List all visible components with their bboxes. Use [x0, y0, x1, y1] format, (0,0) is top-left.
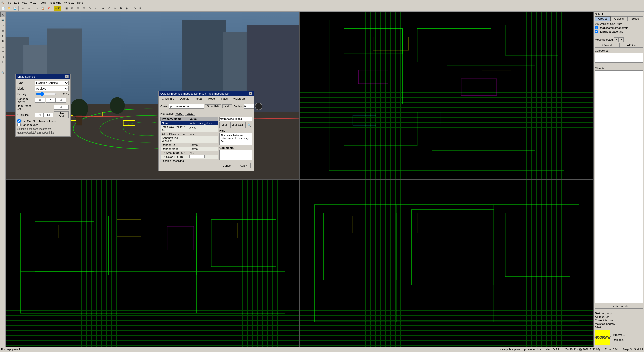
- toolbar-open[interactable]: 📂: [6, 6, 12, 11]
- toolbar-b2[interactable]: ⊞: [69, 6, 75, 11]
- menu-file[interactable]: File: [5, 1, 13, 5]
- toolbar-b8[interactable]: ⬡: [106, 6, 112, 11]
- table-row[interactable]: Pitch Yaw Roll (Y Z X)0 0 0: [161, 125, 218, 132]
- tab-class-info[interactable]: Class Info: [159, 96, 177, 101]
- menu-edit[interactable]: Edit: [13, 1, 20, 5]
- viewport-top[interactable]: [300, 12, 594, 179]
- toolbar-b12[interactable]: ⚙: [132, 6, 137, 11]
- angles-input[interactable]: [244, 104, 254, 109]
- random-yaw-cb[interactable]: [17, 123, 21, 126]
- table-row[interactable]: Render ModeNormal: [161, 147, 218, 151]
- entity-name-input[interactable]: [219, 117, 252, 121]
- tool-entity[interactable]: ◆: [0, 33, 5, 38]
- table-row[interactable]: Allow Physics GunYes: [161, 132, 218, 136]
- tool-physics[interactable]: ⬩: [0, 65, 5, 70]
- smart-edit-btn[interactable]: SmartEdit: [205, 104, 221, 108]
- item-offset-input[interactable]: [54, 105, 69, 110]
- toolbar-b11[interactable]: ◉: [124, 6, 129, 11]
- menu-view[interactable]: View: [29, 1, 38, 5]
- replace-button[interactable]: Replace...: [611, 338, 627, 342]
- table-row[interactable]: Disable Receiving ShadowsNo: [161, 159, 218, 162]
- toolbar-save[interactable]: 💾: [12, 6, 18, 11]
- menu-instancing[interactable]: Instancing: [47, 1, 63, 5]
- toolbar-b6[interactable]: ⌖: [93, 6, 98, 11]
- random-x-input[interactable]: [35, 98, 45, 103]
- use-grid-size-cb[interactable]: [17, 119, 21, 123]
- toolbar-compile[interactable]: XCC: [54, 6, 61, 11]
- toolbar-new[interactable]: 📄: [1, 6, 6, 11]
- toolbar-b9[interactable]: ⊕: [112, 6, 118, 11]
- menu-window[interactable]: Window: [63, 1, 76, 5]
- toolbar-b4[interactable]: ⊠: [81, 6, 87, 11]
- tool-vertex[interactable]: ⬡: [0, 54, 5, 59]
- tab-visgroup[interactable]: VisGroup: [230, 96, 248, 101]
- props-scroll[interactable]: Property Name Value Namemetropolice_plaz…: [160, 117, 218, 162]
- angles-circle[interactable]: [255, 103, 262, 110]
- up-btn[interactable]: ▲: [614, 37, 619, 42]
- tool-camera[interactable]: 📷: [0, 17, 5, 22]
- obj-props-close[interactable]: ✕: [249, 92, 252, 95]
- viewport-front[interactable]: [6, 179, 300, 347]
- toolbar-copy[interactable]: 📋: [40, 6, 45, 11]
- toolbar-redo[interactable]: ↪: [26, 6, 31, 11]
- tool-decal[interactable]: ⬟: [0, 38, 5, 43]
- class-input[interactable]: [169, 104, 204, 109]
- mark-btn[interactable]: Mark: [219, 122, 230, 128]
- entity-sprinkle-close[interactable]: ✕: [65, 75, 69, 78]
- table-row[interactable]: FX Amount (0-255)255: [161, 151, 218, 155]
- to-world-btn[interactable]: toWorld: [595, 43, 619, 48]
- grid-h-input[interactable]: [44, 113, 53, 117]
- objects-list[interactable]: [595, 70, 643, 303]
- apply-btn[interactable]: Apply: [236, 163, 251, 168]
- create-prefab-button[interactable]: Create Prefab: [595, 304, 643, 309]
- tab-inputs[interactable]: Inputs: [192, 96, 205, 101]
- vis-cb2[interactable]: [595, 30, 598, 33]
- use-grid-button[interactable]: Use Grid: [54, 111, 69, 118]
- categories-list[interactable]: [595, 53, 643, 63]
- table-row[interactable]: FX Color (R G B): [161, 155, 218, 159]
- menu-help[interactable]: Help: [76, 1, 85, 5]
- browse-button[interactable]: Browse...: [611, 333, 627, 337]
- menu-map[interactable]: Map: [20, 1, 29, 5]
- random-z-input[interactable]: [56, 98, 66, 103]
- toolbar-b10[interactable]: ⬢: [118, 6, 124, 11]
- tool-clip[interactable]: ✂: [0, 49, 5, 54]
- menu-tools[interactable]: Tools: [38, 1, 47, 5]
- to-entity-btn[interactable]: toEntity: [619, 43, 643, 48]
- cancel-btn[interactable]: Cancel: [219, 163, 235, 168]
- mode-select[interactable]: AdditiveReplaceSubtract: [35, 86, 69, 91]
- tab-model[interactable]: Model: [205, 96, 218, 101]
- toolbar-b13[interactable]: ⊞: [138, 6, 143, 11]
- tool-brush[interactable]: □: [0, 23, 5, 28]
- mark-add-btn[interactable]: Mark+Add: [230, 122, 246, 128]
- table-row[interactable]: Render FXNormal: [161, 143, 218, 147]
- density-slider[interactable]: [36, 92, 56, 96]
- down-btn[interactable]: ▼: [619, 37, 624, 42]
- paste-btn[interactable]: paste: [185, 112, 195, 116]
- tool-magnify[interactable]: 🔍: [0, 70, 5, 75]
- help-class-btn[interactable]: Help: [222, 104, 233, 108]
- type-select[interactable]: Example Sprinkle: [35, 81, 69, 85]
- toolbar-paste[interactable]: 📌: [46, 6, 51, 11]
- eyedropper-btn[interactable]: 🔍: [246, 122, 252, 128]
- viewport-3d[interactable]: Entity Sprinkle ✕ Type Example Sprinkle …: [6, 12, 300, 179]
- groups-btn[interactable]: Groups: [595, 16, 611, 21]
- toolbar-b7[interactable]: ◈: [101, 6, 106, 11]
- toolbar-undo[interactable]: ↩: [20, 6, 26, 11]
- table-row[interactable]: Namemetropolice_plaza: [161, 121, 218, 125]
- random-y-input[interactable]: [46, 98, 56, 103]
- tab-flags[interactable]: Flags: [218, 96, 230, 101]
- table-row[interactable]: Sandbox Tool Whitelist: [161, 136, 218, 143]
- tool-overlay[interactable]: ◫: [0, 44, 5, 49]
- objects-btn[interactable]: Objects: [611, 16, 627, 21]
- copy-btn[interactable]: copy: [175, 112, 184, 116]
- grid-w-input[interactable]: [35, 113, 44, 117]
- viewport-side[interactable]: [300, 179, 594, 347]
- vis-cb1[interactable]: [595, 26, 598, 29]
- solids-btn[interactable]: Solids: [627, 16, 643, 21]
- toolbar-b3[interactable]: ⊟: [75, 6, 81, 11]
- toolbar-cut[interactable]: ✂: [34, 6, 39, 11]
- tool-texture[interactable]: ▦: [0, 28, 5, 33]
- toolbar-b1[interactable]: ▣: [64, 6, 69, 11]
- tool-select[interactable]: ↖: [0, 12, 5, 17]
